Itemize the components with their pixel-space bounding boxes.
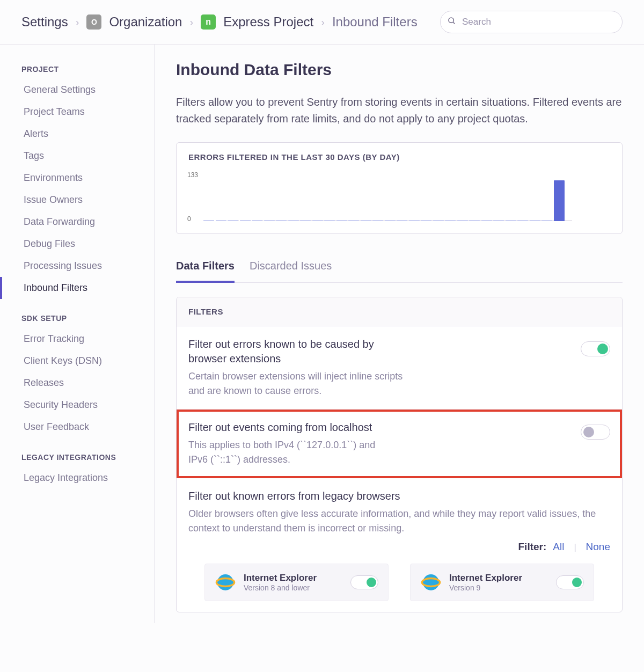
sidebar-section-project: PROJECT [0,60,154,79]
sidebar-item-processing-issues[interactable]: Processing Issues [0,255,154,277]
filter-title: Filter out events coming from localhost [188,420,492,435]
filter-title: Filter out errors known to be caused by … [188,337,392,366]
filter-row-browser-extensions: Filter out errors known to be caused by … [177,326,622,410]
chevron-right-icon: › [189,16,193,28]
sidebar-item-inbound-filters[interactable]: Inbound Filters [0,277,154,299]
legacy-filter-all[interactable]: All [553,541,564,553]
breadcrumb-settings[interactable]: Settings [21,14,68,30]
sidebar-section-legacy: LEGACY INTEGRATIONS [0,448,154,467]
ie-icon [420,572,442,593]
sidebar-item-data-forwarding[interactable]: Data Forwarding [0,211,154,233]
sidebar-item-issue-owners[interactable]: Issue Owners [0,189,154,211]
page-description: Filters allow you to prevent Sentry from… [176,94,623,127]
sidebar-item-user-feedback[interactable]: User Feedback [0,416,154,438]
toggle-ie9[interactable] [556,575,584,589]
search-icon [448,17,456,27]
svg-point-0 [449,18,453,23]
sidebar-section-sdk-setup: SDK SETUP [0,309,154,328]
page-title: Inbound Data Filters [176,61,623,79]
toggle-localhost[interactable] [581,425,610,440]
filter-description: This applies to both IPv4 (``127.0.0.1``… [188,438,392,467]
sidebar-item-client-keys[interactable]: Client Keys (DSN) [0,350,154,372]
tab-discarded-issues[interactable]: Discarded Issues [250,254,332,283]
sidebar: PROJECT General Settings Project Teams A… [0,45,155,623]
errors-filtered-panel-title: ERRORS FILTERED IN THE LAST 30 DAYS (BY … [177,143,622,171]
errors-filtered-panel: ERRORS FILTERED IN THE LAST 30 DAYS (BY … [176,142,623,234]
browser-card-ie9: Internet Explorer Version 9 [410,564,594,601]
sidebar-item-project-teams[interactable]: Project Teams [0,101,154,123]
browser-version: Version 8 and lower [244,583,343,592]
sidebar-item-error-tracking[interactable]: Error Tracking [0,328,154,350]
browser-version: Version 9 [449,583,548,592]
filters-panel-title: FILTERS [177,297,622,326]
browser-name: Internet Explorer [449,573,548,583]
filter-row-localhost: Filter out events coming from localhost … [177,410,622,478]
svg-point-4 [423,574,439,590]
toggle-browser-extensions[interactable] [581,341,610,356]
browser-card-ie8: Internet Explorer Version 8 and lower [204,564,389,601]
breadcrumb-organization[interactable]: Organization [109,14,182,30]
chevron-right-icon: › [76,16,79,28]
search-input[interactable] [440,11,623,33]
errors-filtered-chart: 133 0 [192,171,611,223]
toggle-ie8[interactable] [350,575,378,589]
legacy-filter-label: Filter: [518,541,547,553]
filter-row-legacy-browsers: Filter out known errors from legacy brow… [177,478,622,612]
tab-data-filters[interactable]: Data Filters [176,254,235,283]
chart-y-zero: 0 [187,215,191,223]
tabs: Data Filters Discarded Issues [176,254,623,283]
filter-description: Older browsers often give less accurate … [188,507,610,536]
ie-icon [215,572,236,593]
browser-name: Internet Explorer [244,573,343,583]
chevron-right-icon: › [321,16,325,28]
breadcrumb-project[interactable]: Express Project [223,14,313,30]
sidebar-item-general-settings[interactable]: General Settings [0,79,154,101]
sidebar-item-tags[interactable]: Tags [0,145,154,167]
sidebar-item-alerts[interactable]: Alerts [0,123,154,145]
filter-description: Certain browser extensions will inject i… [188,369,414,398]
filter-title: Filter out known errors from legacy brow… [188,489,610,503]
svg-point-2 [217,574,233,590]
filters-panel: FILTERS Filter out errors known to be ca… [176,297,623,612]
breadcrumb: Settings › O Organization › n Express Pr… [0,0,644,45]
org-avatar: O [86,14,101,30]
breadcrumb-current: Inbound Filters [332,14,418,30]
sidebar-item-debug-files[interactable]: Debug Files [0,233,154,255]
project-avatar: n [201,14,216,30]
chart-y-max: 133 [187,171,198,179]
legacy-filter-none[interactable]: None [586,541,610,553]
sidebar-item-security-headers[interactable]: Security Headers [0,394,154,416]
main-content: Inbound Data Filters Filters allow you t… [155,45,644,623]
sidebar-item-legacy-integrations[interactable]: Legacy Integrations [0,467,154,489]
sidebar-item-environments[interactable]: Environments [0,167,154,189]
sidebar-item-releases[interactable]: Releases [0,372,154,394]
svg-line-1 [453,22,455,24]
